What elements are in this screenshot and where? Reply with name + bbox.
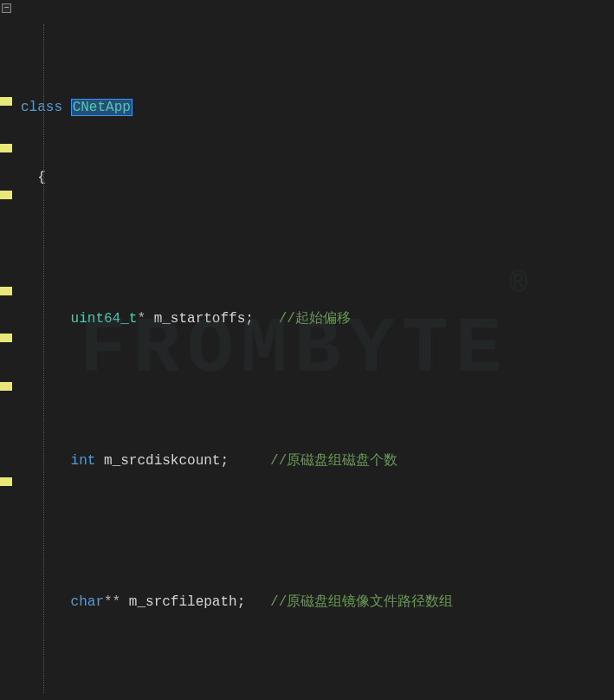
type: int [71,453,96,469]
brace-open: { [37,170,46,185]
code-line: int m_srcdiskcount; //原磁盘组磁盘个数 [21,450,614,473]
pointer-op: ** [104,594,120,610]
bookmark-icon[interactable] [0,477,12,486]
type: char [71,594,104,610]
keyword-class: class [21,100,62,115]
code-line: uint64_t* m_startoffs; //起始偏移 [21,308,614,331]
code-line: { [21,166,614,190]
member-var: m_srcfilepath [129,594,237,610]
editor-gutter: − [0,0,17,700]
bookmark-icon[interactable] [0,144,12,152]
comment: //原磁盘组磁盘个数 [270,453,397,469]
semicolon: ; [220,453,229,469]
indent-guide [43,24,44,693]
bookmark-icon[interactable] [0,191,12,199]
semicolon: ; [245,311,254,327]
code-editor: − class CNetApp { uint64_t* m_startoffs;… [0,0,614,700]
pointer-op: * [137,311,145,327]
code-area[interactable]: class CNetApp { uint64_t* m_startoffs; /… [17,0,614,700]
fold-collapse-icon[interactable]: − [2,3,11,13]
code-line [21,520,614,543]
bookmark-icon[interactable] [0,97,12,106]
code-line [21,379,614,402]
class-name: CNetApp [71,99,132,116]
bookmark-icon[interactable] [0,334,12,342]
code-line: char** m_srcfilepath; //原磁盘组镜像文件路径数组 [21,591,614,614]
code-line [21,237,614,261]
semicolon: ; [237,594,246,610]
comment: //起始偏移 [279,311,351,327]
code-line: class CNetApp [21,96,614,120]
bookmark-icon[interactable] [0,382,12,391]
type: uint64_t [71,311,138,327]
comment: //原磁盘组镜像文件路径数组 [270,594,453,610]
code-line [21,661,614,684]
bookmark-icon[interactable] [0,287,12,295]
member-var: m_srcdiskcount [104,453,220,469]
member-var: m_startoffs [154,311,246,327]
